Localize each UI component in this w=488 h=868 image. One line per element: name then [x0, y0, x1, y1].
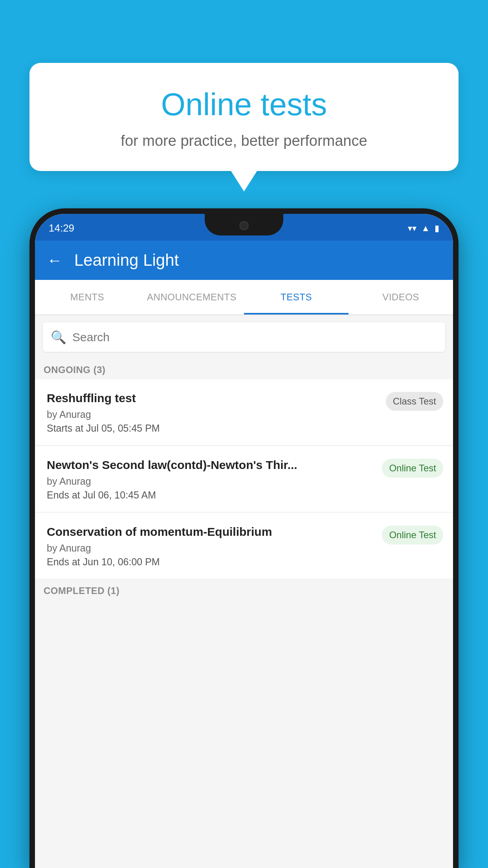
status-icons: ▾▾ ▲ ▮	[408, 221, 439, 234]
test-name-conservation: Conservation of momentum-Equilibrium	[47, 524, 376, 539]
test-date-newtons: Ends at Jul 06, 10:45 AM	[47, 489, 376, 501]
test-by-newtons: by Anurag	[47, 476, 376, 487]
test-by-conservation: by Anurag	[47, 542, 376, 554]
test-name-newtons: Newton's Second law(contd)-Newton's Thir…	[47, 457, 376, 473]
test-card-conservation[interactable]: Conservation of momentum-Equilibrium by …	[35, 513, 453, 579]
promo-subtitle: for more practice, better performance	[49, 132, 439, 149]
status-time: 14:29	[49, 220, 74, 234]
signal-icon: ▲	[421, 223, 430, 234]
back-button[interactable]: ←	[47, 252, 62, 269]
tab-ments[interactable]: MENTS	[35, 280, 139, 314]
completed-section-header: COMPLETED (1)	[35, 580, 453, 600]
test-name-reshuffling: Reshuffling test	[47, 390, 380, 406]
test-info-reshuffling: Reshuffling test by Anurag Starts at Jul…	[47, 390, 380, 434]
test-by-reshuffling: by Anurag	[47, 409, 380, 420]
test-badge-conservation: Online Test	[382, 526, 443, 544]
front-camera	[239, 221, 249, 230]
test-info-conservation: Conservation of momentum-Equilibrium by …	[47, 524, 376, 568]
test-badge-reshuffling: Class Test	[386, 392, 443, 411]
promo-bubble-card: Online tests for more practice, better p…	[29, 63, 459, 171]
test-card-reshuffling[interactable]: Reshuffling test by Anurag Starts at Jul…	[35, 379, 453, 445]
wifi-icon: ▾▾	[408, 223, 416, 234]
tab-tests[interactable]: TESTS	[244, 280, 349, 314]
tab-announcements[interactable]: ANNOUNCEMENTS	[139, 280, 244, 314]
app-bar: ← Learning Light	[35, 241, 453, 280]
test-date-reshuffling: Starts at Jul 05, 05:45 PM	[47, 423, 380, 434]
tab-bar: MENTS ANNOUNCEMENTS TESTS VIDEOS	[35, 280, 453, 315]
phone-screen: 14:29 ▾▾ ▲ ▮ ← Learning Light MENTS ANNO…	[35, 214, 453, 868]
tab-videos[interactable]: VIDEOS	[349, 280, 453, 314]
phone-notch	[205, 214, 283, 235]
content-area: 🔍 ONGOING (3) Reshuffling test by Anurag…	[35, 315, 453, 868]
search-icon: 🔍	[51, 330, 66, 345]
battery-icon: ▮	[435, 223, 439, 234]
phone-frame: 14:29 ▾▾ ▲ ▮ ← Learning Light MENTS ANNO…	[29, 208, 459, 868]
test-card-newtons[interactable]: Newton's Second law(contd)-Newton's Thir…	[35, 446, 453, 512]
test-info-newtons: Newton's Second law(contd)-Newton's Thir…	[47, 457, 376, 501]
search-bar[interactable]: 🔍	[43, 322, 445, 352]
promo-title: Online tests	[49, 86, 439, 123]
ongoing-section-header: ONGOING (3)	[35, 359, 453, 379]
test-date-conservation: Ends at Jun 10, 06:00 PM	[47, 556, 376, 568]
test-badge-newtons: Online Test	[382, 459, 443, 478]
app-title: Learning Light	[74, 251, 179, 270]
search-input[interactable]	[72, 331, 437, 344]
